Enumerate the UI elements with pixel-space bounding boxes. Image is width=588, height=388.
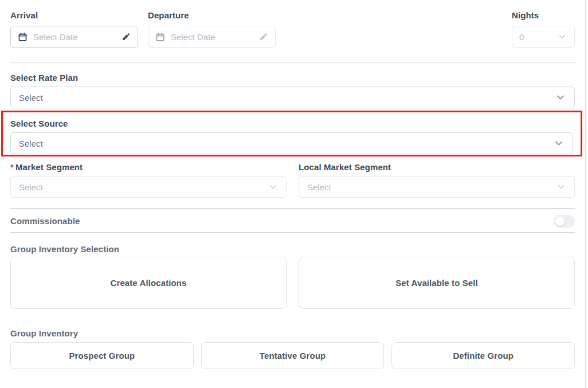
section-divider: [10, 232, 575, 233]
rate-plan-select[interactable]: Select: [10, 87, 575, 108]
pencil-icon: [259, 32, 268, 41]
source-value: Select: [19, 139, 43, 148]
nights-label: Nights: [512, 10, 575, 21]
group-inventory-selection-section: Group Inventory Selection Create Allocat…: [10, 244, 575, 309]
rate-plan-value: Select: [19, 93, 43, 103]
set-available-to-sell-button[interactable]: Set Available to Sell: [299, 257, 575, 309]
dates-row: Arrival Select Date Departure: [10, 10, 575, 48]
departure-date-placeholder: Select Date: [171, 32, 215, 42]
panel-edge-divider: [585, 0, 586, 388]
definite-group-button[interactable]: Definite Group: [391, 342, 575, 369]
rate-plan-label: Select Rate Plan: [10, 73, 575, 83]
form-content: Arrival Select Date Departure: [0, 0, 588, 369]
commissionable-toggle[interactable]: [554, 215, 575, 228]
local-market-segment-select[interactable]: Select: [299, 176, 575, 198]
local-market-segment-label: Local Market Segment: [299, 162, 575, 173]
create-allocations-button[interactable]: Create Allocations: [10, 257, 287, 309]
group-inventory-selection-label: Group Inventory Selection: [10, 244, 575, 254]
market-segment-field-group: *Market Segment Select: [10, 162, 287, 198]
nights-field-group: Nights 0: [512, 10, 575, 48]
arrival-date-placeholder: Select Date: [33, 32, 78, 42]
section-divider: [10, 208, 575, 209]
pencil-icon[interactable]: [121, 32, 131, 41]
local-market-segment-field-group: Local Market Segment Select: [299, 162, 575, 198]
market-segment-value: Select: [19, 182, 43, 192]
section-divider: [10, 62, 575, 62]
chevron-down-icon: [555, 92, 566, 103]
group-inventory-options: Prospect Group Tentative Group Definite …: [10, 342, 575, 369]
calendar-icon: [155, 32, 165, 42]
nights-value: 0: [519, 32, 524, 42]
local-market-segment-value: Select: [307, 182, 331, 192]
arrival-label: Arrival: [10, 10, 138, 21]
source-select[interactable]: Select: [10, 132, 573, 154]
rate-plan-field-group: Select Rate Plan Select: [10, 73, 575, 108]
chevron-down-icon: [557, 32, 567, 42]
source-label: Select Source: [10, 119, 573, 129]
group-inventory-label: Group Inventory: [10, 328, 575, 339]
market-segment-row: *Market Segment Select Local Market Segm…: [10, 162, 575, 198]
calendar-icon: [18, 32, 28, 42]
required-asterisk: *: [10, 162, 14, 172]
arrival-field-group: Arrival Select Date: [10, 10, 138, 48]
market-segment-select[interactable]: Select: [10, 176, 287, 198]
tentative-group-button[interactable]: Tentative Group: [201, 342, 385, 369]
departure-date-field[interactable]: Select Date: [148, 26, 276, 48]
group-inventory-selection-options: Create Allocations Set Available to Sell: [10, 257, 575, 309]
chevron-down-icon: [553, 138, 565, 149]
group-booking-form: Arrival Select Date Departure: [0, 0, 588, 388]
chevron-down-icon: [556, 182, 566, 192]
market-segment-label: *Market Segment: [10, 162, 287, 173]
departure-label: Departure: [148, 10, 276, 21]
group-inventory-section: Group Inventory Prospect Group Tentative…: [10, 328, 575, 369]
toggle-knob: [555, 217, 565, 226]
nights-select[interactable]: 0: [512, 26, 575, 48]
arrival-date-field[interactable]: Select Date: [10, 26, 138, 48]
commissionable-label: Commissionable: [10, 215, 80, 228]
chevron-down-icon: [268, 182, 278, 192]
source-highlight-box: Select Source Select: [1, 111, 582, 156]
prospect-group-button[interactable]: Prospect Group: [10, 342, 194, 369]
departure-field-group: Departure Select Date: [148, 10, 276, 48]
commissionable-row: Commissionable: [10, 215, 575, 228]
